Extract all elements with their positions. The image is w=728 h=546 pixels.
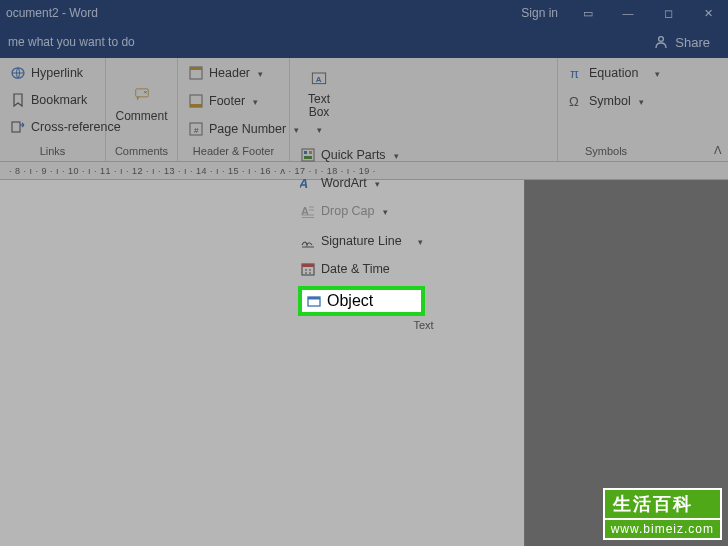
group-symbols: π Equation Ω Symbol Symbols (558, 58, 654, 161)
svg-text:π: π (570, 66, 579, 81)
maximize-icon[interactable]: ◻ (648, 0, 688, 26)
tellme-bar: me what you want to do Share (0, 26, 728, 58)
svg-rect-12 (302, 149, 314, 161)
share-label: Share (675, 35, 710, 50)
textbox-label: TextBox (308, 93, 330, 119)
datetime-label: Date & Time (321, 262, 390, 276)
object-icon (306, 293, 322, 309)
dropcap-icon: A (300, 203, 316, 219)
hyperlink-icon (10, 65, 26, 81)
comment-label: Comment (115, 109, 167, 123)
quickparts-button[interactable]: Quick Parts (298, 144, 401, 166)
textbox-icon: A (307, 68, 331, 90)
signin-link[interactable]: Sign in (511, 6, 568, 20)
watermark-url: www.bimeiz.com (603, 520, 722, 540)
bookmark-button[interactable]: Bookmark (8, 89, 97, 111)
dropcap-label: Drop Cap (321, 204, 375, 218)
footer-icon (188, 93, 204, 109)
header-icon (188, 65, 204, 81)
group-links-label: Links (8, 142, 97, 161)
symbol-icon: Ω (568, 93, 584, 109)
svg-rect-2 (12, 122, 20, 132)
hyperlink-button[interactable]: Hyperlink (8, 62, 97, 84)
svg-rect-14 (309, 151, 312, 154)
pagenum-label: Page Number (209, 122, 286, 136)
titlebar: ocument2 - Word Sign in ▭ — ◻ ✕ (0, 0, 728, 26)
equation-icon: π (568, 65, 584, 81)
watermark-text: 生活百科 (603, 488, 722, 520)
bookmark-icon (10, 92, 26, 108)
pagenum-icon: # (188, 121, 204, 137)
svg-rect-13 (304, 151, 307, 154)
hyperlink-label: Hyperlink (31, 66, 83, 80)
svg-text:Ω: Ω (569, 94, 579, 109)
sigline-button[interactable]: Signature Line (298, 230, 425, 252)
header-label: Header (209, 66, 250, 80)
datetime-icon (300, 261, 316, 277)
comment-button[interactable]: Comment (111, 82, 173, 123)
group-comments: Comment Comments (106, 58, 178, 161)
object-button[interactable]: Object (298, 286, 425, 316)
comment-icon (128, 82, 156, 106)
ribbon: Hyperlink Bookmark Cross-reference Links… (0, 58, 728, 162)
object-label: Object (327, 292, 373, 310)
wordart-icon: A (300, 175, 316, 191)
datetime-button[interactable]: Date & Time (298, 258, 425, 280)
quickparts-icon (300, 147, 316, 163)
equation-label: Equation (589, 66, 638, 80)
share-icon (653, 34, 669, 50)
pagenum-button[interactable]: # Page Number (186, 118, 281, 140)
footer-label: Footer (209, 94, 245, 108)
textbox-button[interactable]: A TextBox (298, 62, 340, 136)
close-icon[interactable]: ✕ (688, 0, 728, 26)
tellme-text[interactable]: me what you want to do (8, 35, 135, 49)
crossref-icon (10, 119, 26, 135)
sigline-icon (300, 233, 316, 249)
svg-rect-7 (190, 104, 202, 107)
window-title: ocument2 - Word (0, 6, 511, 20)
symbol-button[interactable]: Ω Symbol (566, 90, 646, 112)
svg-text:A: A (300, 177, 311, 192)
svg-text:#: # (194, 126, 199, 135)
ribbon-display-icon[interactable]: ▭ (568, 0, 608, 26)
svg-rect-19 (302, 264, 314, 267)
footer-button[interactable]: Footer (186, 90, 281, 112)
symbol-label: Symbol (589, 94, 631, 108)
group-text-label: Text (298, 316, 549, 335)
svg-rect-15 (304, 156, 312, 159)
crossref-button[interactable]: Cross-reference (8, 116, 97, 138)
share-button[interactable]: Share (643, 30, 720, 54)
svg-rect-21 (308, 297, 320, 300)
group-symbols-label: Symbols (566, 142, 646, 161)
minimize-icon[interactable]: — (608, 0, 648, 26)
watermark: 生活百科 www.bimeiz.com (603, 488, 722, 540)
sigline-label: Signature Line (321, 234, 402, 248)
collapse-ribbon-icon[interactable]: ᐱ (714, 144, 722, 157)
wordart-label: WordArt (321, 176, 367, 190)
quickparts-label: Quick Parts (321, 148, 386, 162)
group-comments-label: Comments (114, 142, 169, 161)
group-text: A TextBox Quick Parts A WordArt A Drop C… (290, 58, 558, 161)
svg-point-0 (659, 37, 664, 42)
equation-button[interactable]: π Equation (566, 62, 646, 84)
group-links: Hyperlink Bookmark Cross-reference Links (0, 58, 106, 161)
bookmark-label: Bookmark (31, 93, 87, 107)
wordart-button[interactable]: A WordArt (298, 172, 401, 194)
svg-rect-5 (190, 67, 202, 70)
dropcap-button[interactable]: A Drop Cap (298, 200, 401, 222)
header-button[interactable]: Header (186, 62, 281, 84)
group-hf-label: Header & Footer (186, 142, 281, 161)
svg-text:A: A (316, 75, 322, 84)
group-hf: Header Footer # Page Number Header & Foo… (178, 58, 290, 161)
